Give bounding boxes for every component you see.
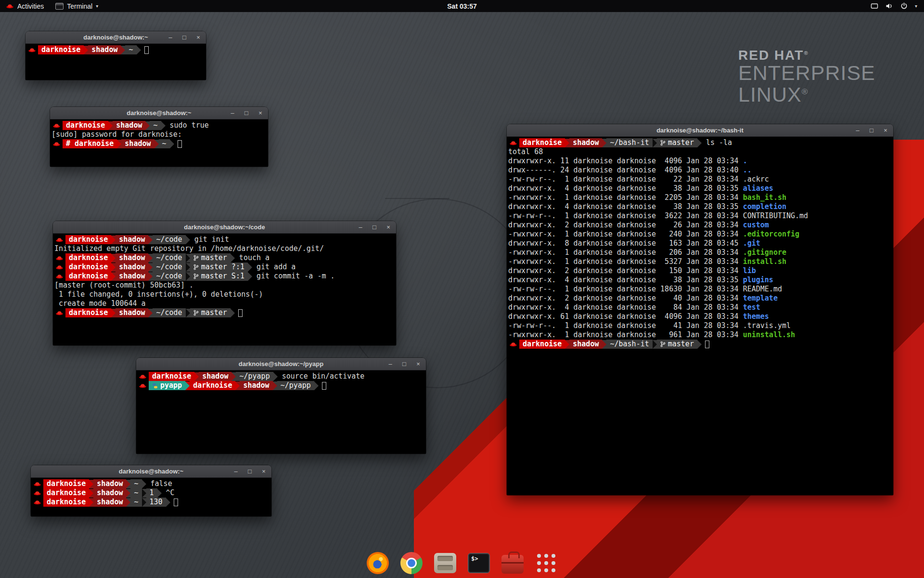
powerline-arrow [111,236,116,244]
terminal-text: -rwxrwxr-x. 1 darknoise darknoise 206 Ja… [508,248,743,257]
terminal-window-exit-codes[interactable]: darknoise@shadow:~ – □ × darknoiseshadow… [31,465,271,516]
close-button[interactable]: × [882,127,889,134]
status-area[interactable]: ▾ [871,2,924,10]
prompt-host-segment: shadow [116,253,148,263]
minimize-button[interactable]: – [232,468,240,475]
minimize-button[interactable]: – [229,109,236,117]
minimize-button[interactable]: – [357,223,364,231]
terminal-line: darknoiseshadow~130 [32,498,271,507]
minimize-button[interactable]: – [167,34,174,41]
terminal-content[interactable]: darknoiseshadow~ falsedarknoiseshadow~1 … [31,478,271,516]
dock-item-terminal[interactable]: $> [467,551,491,575]
terminal-text: drwx------. 24 darknoise darknoise 4096 … [508,166,743,175]
prompt-user-text: darknoise [69,253,108,263]
prompt-host-text: shadow [97,479,123,488]
powerline-arrow [142,480,146,488]
prompt-host-text: shadow [116,121,142,130]
redhat-prompt-icon-wrap [51,139,63,148]
terminal-line: darknoiseshadow~ [27,45,206,54]
powerline-arrow [148,254,153,263]
minimize-button[interactable]: – [386,360,394,368]
maximize-button[interactable]: □ [371,223,378,231]
terminal-text: sudo true [166,121,209,130]
prompt-path-text: ~/code [156,308,182,317]
powerline-arrow [565,340,569,349]
terminal-content[interactable]: darknoiseshadow~/pyapp source bin/activa… [136,370,426,454]
redhat-prompt-icon-wrap [54,308,65,317]
terminal-content[interactable]: darknoiseshadow~/bash-itmaster ls -latot… [507,137,893,495]
directory-name: lib [743,266,756,276]
prompt-user-text: darknoise [69,263,108,272]
close-button[interactable]: × [257,109,264,117]
executable-name: uninstall.sh [743,330,795,340]
close-button[interactable]: × [194,34,202,41]
terminal-line: drwxrwxr-x. 8 darknoise darknoise 163 Ja… [508,239,893,248]
powerline-arrow [231,309,235,317]
terminal-window-sudo[interactable]: darknoise@shadow:~ – □ × darknoiseshadow… [50,107,268,167]
prompt-host-text: shadow [119,235,145,244]
maximize-button[interactable]: □ [400,360,408,368]
prompt-path-segment: ~ [150,121,161,130]
terminal-cursor [238,309,243,317]
prompt-path-text: ~ [134,479,138,488]
terminal-window-home-1[interactable]: darknoise@shadow:~ – □ × darknoiseshadow… [26,31,206,80]
window-titlebar[interactable]: darknoise@shadow:~/pyapp – □ × [136,358,426,370]
redhat-prompt-icon [139,383,147,388]
terminal-window-code[interactable]: darknoise@shadow:~/code – □ × darknoises… [53,221,396,345]
terminal-text: drwxrwxr-x. 2 darknoise darknoise 26 Jan… [508,221,743,230]
terminal-line: -rwxrwxr-x. 1 darknoise darknoise 961 Ja… [508,330,893,340]
powerline-arrow [186,309,190,317]
file-manager-icon [434,553,456,573]
maximize-button[interactable]: □ [180,34,188,41]
prompt-host-text: shadow [119,272,145,281]
window-titlebar[interactable]: darknoise@shadow:~/bash-it – □ × [507,124,893,137]
terminal-line: total 68 [508,147,893,157]
prompt-user-text: darknoise [152,372,191,381]
powerline-arrow [111,272,116,281]
powerline-arrow [186,236,190,244]
dock-item-toolbox[interactable] [500,551,525,575]
minimize-button[interactable]: – [854,127,861,134]
terminal-content[interactable]: darknoiseshadow~/code git initInitialize… [53,234,396,345]
terminal-icon-glyph: $> [471,555,478,562]
powerline-arrow [194,372,199,381]
terminal-text: total 68 [508,147,543,157]
window-titlebar[interactable]: darknoise@shadow:~ – □ × [31,465,271,478]
prompt-code-text: 130 [150,498,163,507]
powerline-arrow [161,121,166,130]
terminal-window-pyapp[interactable]: darknoise@shadow:~/pyapp – □ × darknoise… [136,358,426,454]
window-title: darknoise@shadow:~/bash-it [656,127,744,134]
redhat-prompt-icon-wrap [32,488,43,498]
powerline-arrow [111,309,116,317]
prompt-host-segment: shadow [93,488,126,498]
powerline-arrow [231,372,236,381]
close-button[interactable]: × [414,360,422,368]
window-titlebar[interactable]: darknoise@shadow:~ – □ × [26,31,206,44]
powerline-arrow [166,498,170,507]
terminal-text: drwxrwxr-x. 4 darknoise darknoise 84 Jan… [508,303,743,312]
prompt-path-text: ~ [134,498,138,507]
close-button[interactable]: × [260,468,268,475]
terminal-window-bash-it[interactable]: darknoise@shadow:~/bash-it – □ × darknoi… [507,124,893,495]
terminal-text: drwxrwxr-x. 61 darknoise darknoise 4096 … [508,312,743,321]
prompt-git-text: master [668,138,694,147]
dock-item-app-grid[interactable] [534,551,558,575]
window-titlebar[interactable]: darknoise@shadow:~ – □ × [50,107,268,119]
maximize-button[interactable]: □ [243,109,250,117]
app-menu-label: Terminal [67,2,92,10]
prompt-host-segment: shadow [240,381,272,390]
maximize-button[interactable]: □ [868,127,875,134]
redhat-prompt-icon [509,140,517,145]
dock-item-chrome[interactable] [399,551,424,575]
close-button[interactable]: × [385,223,392,231]
activities-button[interactable]: Activities [0,0,50,12]
powerline-arrow [273,372,278,381]
dock-item-files[interactable] [433,551,457,575]
clock[interactable]: Sat 03:57 [447,2,476,10]
maximize-button[interactable]: □ [246,468,254,475]
app-menu[interactable]: Terminal ▾ [50,0,104,12]
dock-item-firefox[interactable] [366,551,390,575]
terminal-content[interactable]: darknoiseshadow~ sudo true[sudo] passwor… [50,119,268,167]
window-titlebar[interactable]: darknoise@shadow:~/code – □ × [53,221,396,234]
terminal-content[interactable]: darknoiseshadow~ [26,44,206,80]
